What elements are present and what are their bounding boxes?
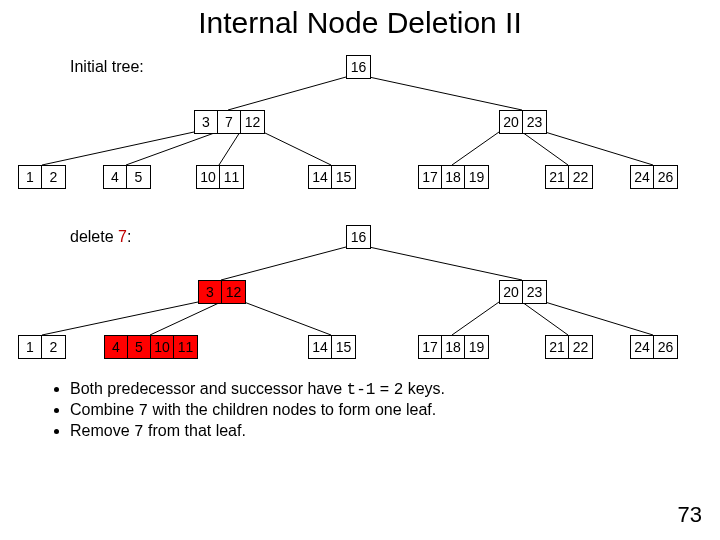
code: t-1 (347, 381, 376, 399)
tree1-leaf: 1 2 (18, 165, 66, 189)
code: 2 (394, 381, 404, 399)
tree1-mid-left: 3 7 12 (194, 110, 265, 134)
key: 4 (104, 166, 127, 188)
key: 3 (195, 111, 218, 133)
tree1-edges (0, 0, 720, 540)
label-initial-tree: Initial tree: (70, 58, 144, 76)
label-delete: delete 7: (70, 228, 131, 246)
key: 10 (197, 166, 220, 188)
key: 24 (631, 166, 654, 188)
tree2-leaf-merged: 4 5 10 11 (104, 335, 198, 359)
key: 22 (569, 166, 592, 188)
key: 5 (127, 166, 150, 188)
svg-line-12 (150, 302, 221, 335)
tree2-mid-left: 3 12 (198, 280, 246, 304)
tree1-leaf: 24 26 (630, 165, 678, 189)
key: 11 (174, 336, 197, 358)
key: 18 (442, 336, 465, 358)
tree2-leaf: 17 18 19 (418, 335, 489, 359)
tree1-leaf: 21 22 (545, 165, 593, 189)
svg-line-9 (221, 247, 346, 280)
key: 26 (654, 336, 677, 358)
tree2-mid-right: 20 23 (499, 280, 547, 304)
key: 11 (220, 166, 243, 188)
svg-line-2 (42, 132, 194, 165)
key: 2 (42, 336, 65, 358)
svg-line-7 (522, 132, 568, 165)
key: 1 (19, 166, 42, 188)
key: 23 (523, 281, 546, 303)
key: 16 (347, 56, 370, 78)
key: 15 (332, 336, 355, 358)
key: 18 (442, 166, 465, 188)
svg-line-0 (228, 77, 346, 110)
text: from that leaf. (144, 422, 246, 439)
tree2-leaf: 1 2 (18, 335, 66, 359)
svg-line-4 (219, 132, 240, 165)
tree1-root: 16 (346, 55, 371, 79)
key: 19 (465, 166, 488, 188)
svg-line-3 (126, 132, 217, 165)
svg-line-8 (545, 132, 653, 165)
tree1-leaf: 10 11 (196, 165, 244, 189)
key: 12 (222, 281, 245, 303)
tree1-leaf: 4 5 (103, 165, 151, 189)
key: 15 (332, 166, 355, 188)
text: Remove (70, 422, 134, 439)
key: 17 (419, 166, 442, 188)
deleted-key: 7 (118, 228, 127, 245)
text: Both predecessor and successor have (70, 380, 347, 397)
tree1-leaf: 14 15 (308, 165, 356, 189)
key: 4 (105, 336, 128, 358)
key: 16 (347, 226, 370, 248)
key: 26 (654, 166, 677, 188)
tree1-leaf: 17 18 19 (418, 165, 489, 189)
key: 21 (546, 336, 569, 358)
page-number: 73 (678, 502, 702, 528)
bullet-item: Both predecessor and successor have t-1 … (70, 380, 445, 399)
tree2-leaf: 24 26 (630, 335, 678, 359)
key: 23 (523, 111, 546, 133)
svg-line-16 (545, 302, 653, 335)
key: 19 (465, 336, 488, 358)
key: 1 (19, 336, 42, 358)
bullet-item: Combine 7 with the children nodes to for… (70, 401, 445, 420)
svg-line-11 (42, 302, 198, 335)
key: 20 (500, 111, 523, 133)
key: 14 (309, 336, 332, 358)
text: with the children nodes to form one leaf… (148, 401, 436, 418)
svg-line-15 (522, 302, 568, 335)
key: 7 (218, 111, 241, 133)
key: 3 (199, 281, 222, 303)
svg-line-10 (369, 247, 522, 280)
code: 7 (138, 402, 148, 420)
key: 2 (42, 166, 65, 188)
key: 17 (419, 336, 442, 358)
text: = (375, 380, 393, 397)
text: delete (70, 228, 118, 245)
key: 24 (631, 336, 654, 358)
key: 20 (500, 281, 523, 303)
page-title: Internal Node Deletion II (0, 6, 720, 40)
bullet-item: Remove 7 from that leaf. (70, 422, 445, 441)
key: 5 (128, 336, 151, 358)
code: 7 (134, 423, 144, 441)
key: 21 (546, 166, 569, 188)
svg-line-14 (452, 302, 499, 335)
key: 22 (569, 336, 592, 358)
text: : (127, 228, 131, 245)
tree2-leaf: 14 15 (308, 335, 356, 359)
text: keys. (403, 380, 445, 397)
key: 12 (241, 111, 264, 133)
tree1-mid-right: 20 23 (499, 110, 547, 134)
tree2-edges (0, 0, 720, 540)
svg-line-5 (263, 132, 331, 165)
key: 10 (151, 336, 174, 358)
text: Combine (70, 401, 138, 418)
svg-line-1 (369, 77, 522, 110)
key: 14 (309, 166, 332, 188)
svg-line-6 (452, 132, 499, 165)
tree2-root: 16 (346, 225, 371, 249)
bullet-list: Both predecessor and successor have t-1 … (30, 380, 445, 443)
tree2-leaf: 21 22 (545, 335, 593, 359)
